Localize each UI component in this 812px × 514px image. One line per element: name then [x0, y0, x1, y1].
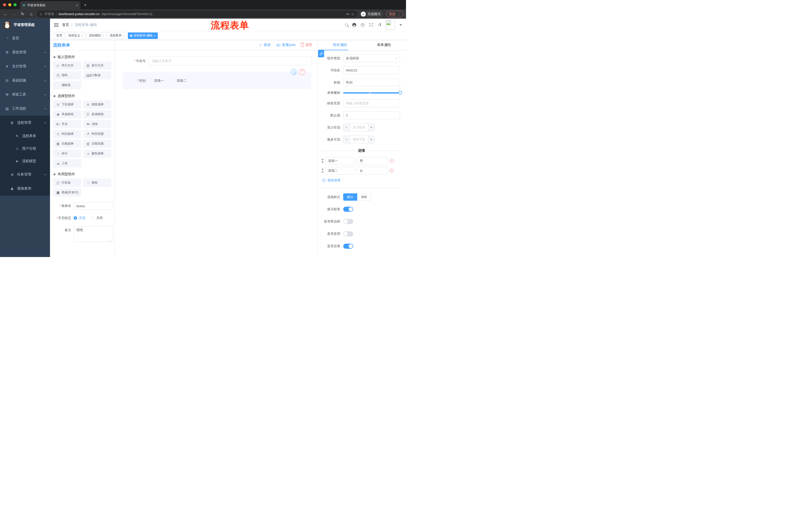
update-button[interactable]: 更新 ⋮: [386, 11, 404, 17]
increase-button[interactable]: +: [368, 136, 374, 143]
style-default-button[interactable]: 默认: [343, 193, 357, 201]
zoom-window-button[interactable]: [13, 3, 17, 6]
field-link-button[interactable]: [318, 50, 324, 57]
sidebar-item-process-model[interactable]: ➤ 流程模型: [0, 155, 50, 167]
required-switch[interactable]: [343, 244, 353, 249]
drag-handle-icon[interactable]: ≡≡: [322, 158, 323, 163]
checkbox-option-1[interactable]: 选项一: [149, 78, 164, 83]
component-date-range[interactable]: ▥日期范围: [83, 140, 112, 148]
tab-form-props[interactable]: 表单属性: [362, 40, 406, 50]
component-multi-line-text[interactable]: ▤多行文本: [83, 61, 112, 70]
save-button[interactable]: ✓保存: [259, 43, 271, 47]
slider-handle[interactable]: [398, 91, 402, 94]
key-icon[interactable]: ⊶: [346, 12, 349, 16]
disabled-switch[interactable]: [343, 231, 353, 236]
sidebar-item-workflow[interactable]: ▤ 工作流程: [0, 102, 50, 116]
sidebar-item-process-form[interactable]: ✎ 流程表单: [0, 130, 50, 142]
phone-input[interactable]: [149, 57, 312, 65]
style-button-button[interactable]: 按钮: [357, 193, 371, 201]
sidebar-item-task-management[interactable]: ⋔ 任务管理: [0, 167, 50, 182]
radio-status-off[interactable]: 关闭: [91, 214, 103, 222]
default-value-input[interactable]: [343, 111, 400, 119]
component-slider[interactable]: 滑块: [83, 120, 112, 128]
option2-value-input[interactable]: [357, 167, 388, 174]
component-cascader[interactable]: ⋔级联选择: [83, 100, 112, 109]
component-switch[interactable]: 开关: [53, 120, 81, 128]
component-row-container[interactable]: ◫行容器: [53, 179, 81, 187]
field-phone[interactable]: *手机号: [121, 57, 312, 65]
tag-close-icon[interactable]: ×: [154, 34, 155, 37]
tag-close-icon[interactable]: ×: [81, 34, 83, 37]
sidebar-item-infrastructure[interactable]: ⊟ 基础设施: [0, 74, 50, 87]
forward-button[interactable]: →: [11, 12, 17, 16]
component-upload[interactable]: ☁上传: [53, 159, 81, 167]
back-button[interactable]: ←: [2, 12, 8, 16]
reload-button[interactable]: ↻: [20, 11, 26, 16]
font-size-button[interactable]: тT: [378, 23, 381, 27]
field-gender-selected[interactable]: *性别 选项一 选项二: [123, 72, 311, 89]
form-remark-textarea[interactable]: 嘿嘿: [74, 226, 113, 242]
kebab-menu-icon[interactable]: ⋮: [398, 12, 401, 16]
delete-field-button[interactable]: [299, 69, 305, 75]
sidebar-item-devtools[interactable]: ⚒ 研发工具: [0, 87, 50, 102]
increase-button[interactable]: +: [368, 124, 374, 131]
tab-close-icon[interactable]: ×: [76, 3, 78, 7]
field-name-input[interactable]: [343, 66, 400, 74]
component-password[interactable]: 密码: [53, 71, 81, 79]
component-dropdown-select[interactable]: ◎下拉选择: [53, 100, 81, 109]
form-name-input[interactable]: [74, 202, 113, 210]
max-select-input[interactable]: 最多可选: [350, 136, 368, 143]
radio-status-on[interactable]: 开启: [74, 214, 85, 222]
view-json-button[interactable]: 查看json: [276, 43, 295, 47]
title-input[interactable]: [343, 78, 400, 86]
tag-process-model[interactable]: 流程模型 ×: [86, 32, 106, 39]
minimize-window-button[interactable]: [8, 3, 11, 6]
min-select-input[interactable]: 至少应选: [350, 124, 368, 131]
drag-handle-icon[interactable]: ≡≡: [322, 168, 323, 173]
drawing-board[interactable]: *手机号 *性别 选项一 选项二: [115, 50, 318, 257]
component-checkbox-group[interactable]: ☑多选框组: [83, 110, 112, 118]
tag-close-icon[interactable]: ×: [123, 34, 124, 37]
sidebar-item-leave-query[interactable]: ♟ 请假查询: [0, 182, 50, 196]
browser-tab[interactable]: Ψ 芋道管理系统 ×: [20, 1, 80, 9]
avatar-dropdown-caret-icon[interactable]: [400, 24, 402, 27]
component-button[interactable]: ☝按钮: [83, 179, 112, 187]
sidebar-item-process-management[interactable]: ≣ 流程管理: [0, 116, 50, 130]
label-width-input[interactable]: [343, 99, 400, 107]
breadcrumb-home-link[interactable]: 首页: [62, 23, 69, 27]
remove-option-button[interactable]: [390, 169, 394, 173]
bookmark-star-icon[interactable]: ☆: [351, 12, 354, 16]
collapse-sidebar-button[interactable]: [54, 23, 59, 27]
security-label[interactable]: 不安全: [45, 12, 54, 16]
component-time-picker[interactable]: ◷时间选择: [53, 130, 81, 138]
tag-process-definition[interactable]: 流程定义 ×: [66, 32, 85, 39]
decrease-button[interactable]: −: [343, 124, 350, 131]
component-table[interactable]: ▦表格[开发中]: [53, 188, 81, 197]
home-button[interactable]: ⌂: [28, 12, 34, 16]
avatar[interactable]: [386, 20, 395, 30]
new-tab-button[interactable]: +: [80, 2, 90, 9]
tab-component-props[interactable]: 组件属性: [318, 40, 362, 50]
github-button[interactable]: [352, 23, 356, 27]
sidebar-item-home[interactable]: ◔ 首页: [0, 31, 50, 45]
border-switch[interactable]: [343, 219, 353, 224]
app-logo[interactable]: 芋道管理系统: [0, 19, 50, 31]
component-editor[interactable]: 编辑器: [53, 81, 81, 89]
help-button[interactable]: ?: [361, 23, 365, 27]
remove-option-button[interactable]: [390, 159, 394, 163]
option1-name-input[interactable]: [325, 157, 355, 165]
component-radio-group[interactable]: ◉单选框组: [53, 110, 81, 118]
option2-name-input[interactable]: [325, 167, 355, 174]
copy-field-button[interactable]: [291, 69, 297, 75]
sidebar-item-payment[interactable]: ¥ 支付管理: [0, 59, 50, 74]
checkbox-option-2[interactable]: 选项二: [171, 78, 186, 83]
tag-process-form-edit[interactable]: 流程表单-编辑 ×: [128, 32, 157, 39]
component-single-line-text[interactable]: ▭单行文本: [53, 61, 81, 70]
tag-close-icon[interactable]: ×: [102, 34, 104, 37]
component-counter[interactable]: 123计数器: [83, 71, 112, 79]
component-time-range[interactable]: ↺时间范围: [83, 130, 112, 138]
fullscreen-button[interactable]: ↖↗ ↙↘: [369, 23, 374, 27]
component-color-picker[interactable]: ◕颜色选择: [83, 150, 112, 158]
show-label-switch[interactable]: [343, 207, 353, 212]
close-window-button[interactable]: [3, 3, 6, 6]
